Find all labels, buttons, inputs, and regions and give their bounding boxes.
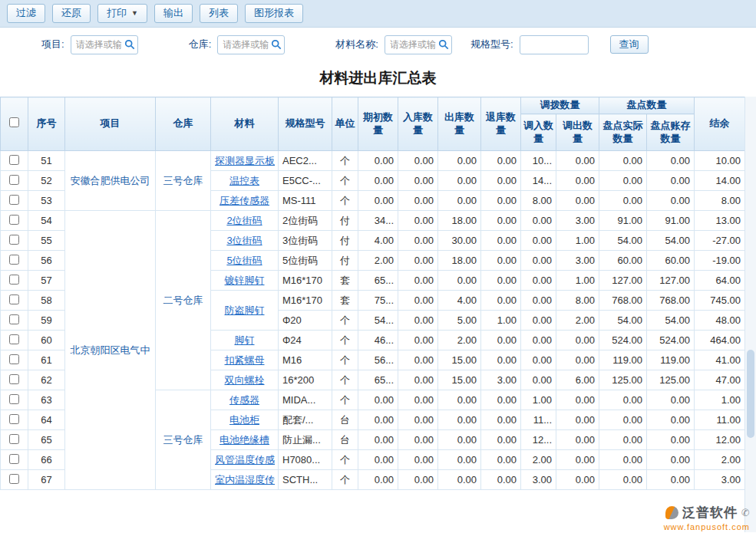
unit-cell: 付 [332,211,358,231]
qty-out-cell: 0.00 [438,171,481,191]
material-link[interactable]: 温控表 [229,175,259,186]
transfer-out-cell: 0.00 [556,410,599,430]
row-checkbox[interactable] [9,314,19,324]
row-checkbox[interactable] [9,175,19,185]
qty-return-cell: 1.00 [481,311,521,331]
stock-book-cell: 524.00 [647,331,695,350]
row-checkbox[interactable] [9,434,19,444]
vendor-watermark: 泛普软件 ✆ www.fanpusoft.com [664,504,750,531]
spec-model-input[interactable] [520,35,589,54]
row-checkbox[interactable] [9,394,19,404]
stock-book-cell: 119.00 [647,350,695,370]
material-link[interactable]: 电池绝缘槽 [220,434,269,446]
qty-out-cell: 18.00 [438,211,481,231]
qty-out-cell: 2.00 [438,331,481,350]
query-button[interactable]: 查询 [610,35,649,54]
qty-in-cell: 0.00 [398,311,438,331]
row-checkbox[interactable] [9,354,19,364]
row-checkbox[interactable] [9,235,19,245]
page-title: 材料进出库汇总表 [0,61,756,97]
filter-button[interactable]: 过滤 [7,4,45,22]
graph-report-button[interactable]: 图形报表 [245,4,303,22]
spec-cell: M16*170 [279,291,332,311]
material-cell: 2位街码 [211,211,279,231]
qty-return-cell: 0.00 [481,291,521,311]
transfer-in-cell: 3.00 [521,470,556,490]
row-checkbox[interactable] [9,454,19,464]
balance-cell: 1.00 [695,390,745,410]
balance-cell: 48.00 [695,311,745,331]
balance-cell: 64.00 [695,271,745,291]
qty-out-cell: 0.00 [438,470,481,490]
material-link[interactable]: 电池柜 [229,414,259,426]
stock-book-cell: 91.00 [647,211,695,231]
vertical-scrollbar[interactable] [744,97,756,532]
stock-actual-cell: 0.00 [599,171,647,191]
qty-in-cell: 0.00 [398,430,438,450]
stock-book-cell: 125.00 [647,370,695,390]
material-link[interactable]: 传感器 [229,394,259,406]
row-checkbox[interactable] [9,374,19,384]
scrollbar-thumb[interactable] [747,350,754,438]
print-button-label: 打印 [107,8,127,18]
material-cell: 镀锌脚钉 [211,271,279,291]
row-checkbox[interactable] [9,414,19,424]
row-checkbox[interactable] [9,155,19,165]
balance-cell: 2.00 [695,450,745,470]
row-checkbox[interactable] [9,255,19,265]
search-icon[interactable] [271,39,282,50]
balance-cell: 14.00 [695,171,745,191]
material-link[interactable]: 防盗脚钉 [225,304,265,316]
stock-actual-cell: 60.00 [599,251,647,271]
list-button[interactable]: 列表 [200,4,238,22]
row-checkbox[interactable] [9,215,19,225]
material-link[interactable]: 脚钉 [235,334,255,346]
stock-actual-cell: 54.00 [599,231,647,251]
row-checkbox[interactable] [9,195,19,205]
qty-return-cell: 0.00 [481,191,521,211]
transfer-out-cell: 0.00 [556,390,599,410]
material-link[interactable]: 压差传感器 [220,195,269,206]
row-checkbox[interactable] [9,275,19,285]
row-checkbox[interactable] [9,334,19,344]
material-cell: 压差传感器 [211,191,279,211]
select-all-checkbox[interactable] [9,117,19,127]
material-link[interactable]: 探测器显示板 [215,155,275,166]
material-link[interactable]: 双向螺栓 [225,374,265,386]
material-link[interactable]: 扣紧螺母 [225,354,265,366]
search-icon[interactable] [124,39,135,50]
qty-return-cell: 0.00 [481,331,521,350]
material-link[interactable]: 镀锌脚钉 [225,275,265,286]
phone-icon: ✆ [741,507,750,518]
transfer-in-cell: 0.00 [521,211,556,231]
material-link[interactable]: 3位街码 [226,235,262,246]
material-link[interactable]: 风管温度传感 [215,454,275,466]
qty-return-cell: 0.00 [481,390,521,410]
row-number-cell: 61 [28,350,65,370]
row-checkbox[interactable] [9,294,19,304]
qty-initial-cell: 0.00 [358,450,398,470]
spec-cell: 配套/... [279,410,332,430]
stock-book-cell: 0.00 [647,390,695,410]
header-project: 项目 [65,97,156,151]
restore-button[interactable]: 还原 [52,4,91,22]
transfer-out-cell: 3.00 [556,211,599,231]
stock-actual-cell: 768.00 [599,291,647,311]
row-number-cell: 67 [28,470,65,490]
material-link[interactable]: 5位街码 [226,255,262,266]
material-cell: 室内温湿度传 [211,470,279,490]
qty-in-cell: 0.00 [398,331,438,350]
row-number-cell: 58 [28,291,65,311]
print-button[interactable]: 打印 ▼ [97,4,147,22]
material-link[interactable]: 室内温湿度传 [215,474,275,485]
material-link[interactable]: 2位街码 [226,215,262,226]
output-button[interactable]: 输出 [154,4,193,22]
row-checkbox[interactable] [9,474,19,484]
material-cell: 探测器显示板 [211,151,279,171]
stock-actual-cell: 0.00 [599,470,647,490]
unit-cell: 个 [332,350,358,370]
material-cell: 防盗脚钉 [211,291,279,331]
search-icon[interactable] [438,39,449,50]
stock-book-cell: 54.00 [647,231,695,251]
row-number-cell: 52 [28,171,65,191]
